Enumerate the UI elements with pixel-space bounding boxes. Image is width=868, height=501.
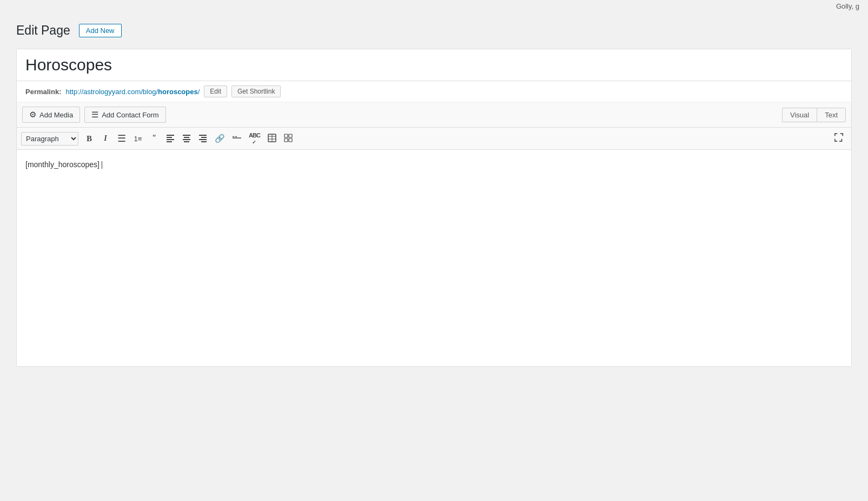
contact-form-icon: ☰ — [91, 110, 98, 120]
svg-rect-11 — [201, 141, 207, 142]
visual-tab[interactable]: Visual — [782, 108, 817, 122]
permalink-url[interactable]: http://astrologyyard.com/blog/horoscopes… — [65, 88, 200, 96]
align-left-icon — [166, 134, 175, 144]
ordered-list-icon: 1≡ — [134, 135, 142, 143]
svg-rect-20 — [289, 134, 292, 137]
more-tag-icon — [233, 134, 241, 144]
blockquote-button[interactable]: " — [147, 131, 162, 146]
italic-button[interactable]: I — [98, 131, 113, 146]
editor-content-text: [monthly_horoscopes] — [25, 160, 102, 169]
table-insert-icon — [268, 134, 276, 144]
toolbar-left: ⚙ Add Media ☰ Add Contact Form — [22, 107, 166, 123]
table-insert-button[interactable] — [264, 131, 280, 146]
text-cursor — [102, 161, 102, 169]
align-right-button[interactable] — [195, 131, 210, 146]
svg-rect-14 — [235, 136, 237, 137]
permalink-suffix: / — [198, 88, 200, 96]
toolbar-right: Visual Text — [782, 108, 846, 122]
bold-icon: B — [87, 134, 92, 143]
permalink-edit-button[interactable]: Edit — [204, 85, 227, 97]
add-media-icon: ⚙ — [29, 110, 36, 120]
svg-rect-21 — [284, 139, 288, 142]
italic-icon: I — [104, 134, 107, 143]
svg-rect-7 — [184, 141, 189, 142]
svg-rect-1 — [167, 137, 172, 138]
add-new-button[interactable]: Add New — [79, 24, 122, 37]
format-toolbar: Paragraph Heading 1 Heading 2 Heading 3 … — [17, 128, 851, 150]
svg-rect-2 — [167, 139, 174, 140]
ordered-list-button[interactable]: 1≡ — [130, 131, 145, 146]
svg-rect-4 — [183, 135, 190, 136]
align-right-icon — [198, 134, 207, 144]
page-header: Edit Page Add New — [16, 23, 852, 38]
permalink-slug: horoscopes — [158, 88, 198, 96]
svg-rect-19 — [284, 134, 288, 137]
svg-rect-3 — [167, 141, 172, 142]
page-content: Edit Page Add New Permalink: http://astr… — [0, 12, 868, 378]
add-contact-form-label: Add Contact Form — [102, 111, 159, 119]
svg-rect-6 — [183, 139, 190, 140]
svg-rect-9 — [201, 137, 207, 138]
link-button[interactable]: 🔗 — [211, 131, 228, 146]
svg-rect-5 — [184, 137, 189, 138]
svg-rect-12 — [233, 137, 241, 139]
add-contact-form-button[interactable]: ☰ Add Contact Form — [84, 107, 166, 123]
permalink-bar: Permalink: http://astrologyyard.com/blog… — [17, 81, 851, 102]
top-bar: Golly, g — [0, 0, 868, 12]
editor-toolbar-top: ⚙ Add Media ☰ Add Contact Form Visual Te… — [17, 102, 851, 128]
unordered-list-icon: ☰ — [117, 134, 126, 143]
user-greeting: Golly, g — [836, 2, 859, 10]
bold-button[interactable]: B — [82, 131, 97, 146]
fullscreen-button[interactable] — [831, 130, 847, 147]
paragraph-format-select[interactable]: Paragraph Heading 1 Heading 2 Heading 3 … — [21, 132, 78, 146]
svg-rect-8 — [199, 135, 207, 136]
spellcheck-icon: ABC✓ — [249, 132, 260, 145]
fullscreen-icon — [834, 135, 844, 144]
svg-rect-22 — [289, 139, 292, 142]
align-left-button[interactable] — [163, 131, 178, 146]
blockquote-icon: " — [153, 134, 156, 143]
align-center-icon — [182, 134, 191, 144]
grid-button[interactable] — [281, 131, 296, 146]
editor-container: Permalink: http://astrologyyard.com/blog… — [16, 49, 852, 367]
spellcheck-button[interactable]: ABC✓ — [246, 130, 263, 147]
svg-rect-10 — [199, 139, 207, 140]
link-icon: 🔗 — [215, 134, 225, 143]
svg-rect-0 — [167, 135, 174, 136]
more-tag-button[interactable] — [229, 131, 244, 146]
svg-rect-13 — [233, 136, 234, 137]
editor-content-area[interactable]: [monthly_horoscopes] — [17, 150, 851, 366]
text-tab[interactable]: Text — [817, 108, 846, 122]
unordered-list-button[interactable]: ☰ — [114, 131, 129, 146]
add-media-label: Add Media — [39, 111, 73, 119]
get-shortlink-button[interactable]: Get Shortlink — [231, 85, 281, 97]
permalink-plain: http://astrologyyard.com/blog/ — [65, 88, 158, 96]
add-media-button[interactable]: ⚙ Add Media — [22, 107, 80, 123]
page-title-input[interactable] — [17, 49, 851, 81]
page-title: Edit Page — [16, 23, 70, 38]
permalink-label: Permalink: — [25, 88, 61, 96]
grid-icon — [284, 134, 293, 144]
align-center-button[interactable] — [179, 131, 194, 146]
